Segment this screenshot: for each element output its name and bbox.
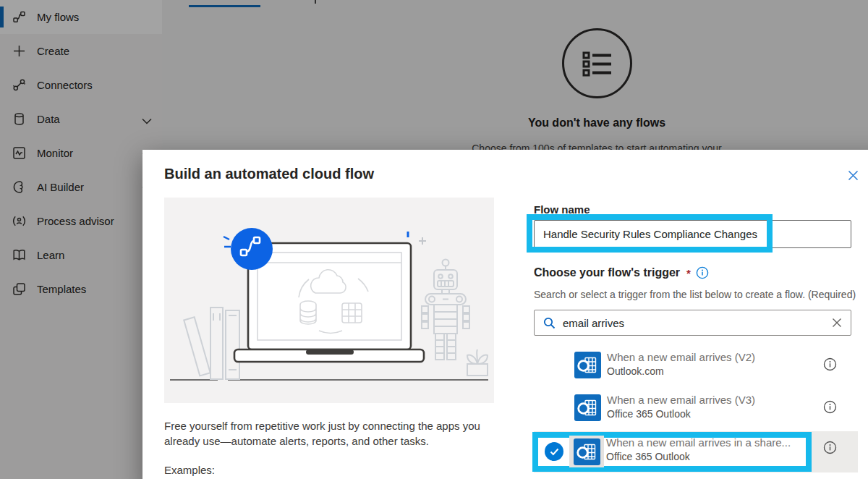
trigger-subtitle: Office 365 Outlook [607,408,691,420]
trigger-row[interactable]: When a new email arrives (V3) Office 365… [534,391,858,433]
trigger-row[interactable]: When a new email arrives (V2) Outlook.co… [534,348,858,390]
required-asterisk: * [685,267,691,279]
outlook-icon [574,394,601,421]
build-automated-flow-dialog: Build an automated cloud flow [142,150,868,479]
info-icon-blue[interactable] [696,266,709,279]
search-icon [543,317,556,329]
trigger-label-row: Choose your flow's trigger * [534,266,709,279]
trigger-search-box[interactable] [534,310,851,336]
outlook-icon [574,352,601,378]
trigger-search-input[interactable] [563,317,825,329]
clear-search-icon[interactable] [832,318,842,328]
flow-name-label: Flow name [534,203,590,216]
cloud-flow-illustration [164,198,494,403]
trigger-section-label: Choose your flow's trigger [534,266,680,279]
trigger-subtitle: Outlook.com [607,365,664,377]
dialog-description: Free yourself from repetitive work just … [164,418,503,449]
flow-name-input[interactable] [534,220,851,248]
close-icon[interactable] [845,167,861,183]
trigger-title: When a new email arrives in a share... [606,436,791,449]
dialog-title: Build an automated cloud flow [164,166,374,182]
info-icon[interactable] [823,441,837,454]
info-icon[interactable] [823,357,837,371]
power-automate-badge [224,228,273,270]
trigger-title: When a new email arrives (V2) [607,351,755,363]
outlook-icon [574,438,600,465]
examples-label: Examples: [164,464,215,476]
trigger-help-text: Search or select a trigger from the list… [534,289,856,300]
info-icon[interactable] [823,400,837,414]
selected-check-icon [545,442,563,461]
trigger-row-selected-content[interactable]: When a new email arrives in a share... O… [534,431,812,472]
trigger-subtitle: Office 365 Outlook [606,451,690,462]
trigger-title: When a new email arrives (V3) [607,394,755,406]
